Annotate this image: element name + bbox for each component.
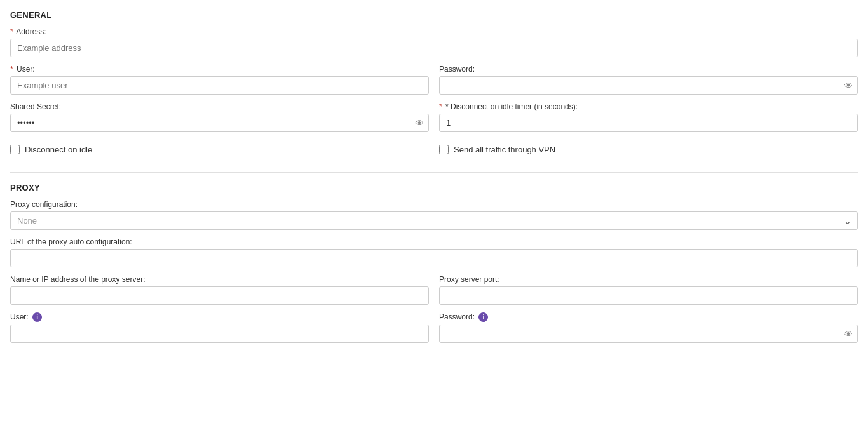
user-field-group: * User: — [10, 65, 429, 95]
password-label: Password: — [439, 65, 858, 74]
proxy-url-field-group: URL of the proxy auto configuration: — [10, 238, 858, 267]
proxy-url-label: URL of the proxy auto configuration: — [10, 238, 858, 246]
checkboxes-row: Disconnect on idle Send all traffic thro… — [10, 140, 858, 159]
secret-timer-row: Shared Secret: 👁 * * Disconnect on idle … — [10, 102, 858, 132]
user-label: * User: — [10, 65, 429, 74]
shared-secret-label: Shared Secret: — [10, 102, 429, 111]
proxy-port-input[interactable] — [439, 286, 858, 305]
disconnect-idle-row: Disconnect on idle — [10, 140, 92, 159]
proxy-config-label: Proxy configuration: — [10, 200, 858, 209]
send-all-traffic-checkbox[interactable] — [439, 145, 449, 154]
address-input[interactable] — [10, 39, 858, 57]
shared-secret-eye-icon[interactable]: 👁 — [415, 118, 424, 128]
proxy-password-field-group: Password: i 👁 — [439, 312, 858, 343]
user-input-wrapper — [10, 76, 429, 95]
section-divider — [10, 172, 858, 173]
shared-secret-field-group: Shared Secret: 👁 — [10, 102, 429, 132]
proxy-user-field-group: User: i — [10, 312, 429, 343]
proxy-user-password-row: User: i Password: i 👁 — [10, 312, 858, 343]
proxy-password-label: Password: i — [439, 312, 858, 322]
proxy-server-input[interactable] — [10, 286, 429, 305]
shared-secret-input[interactable] — [10, 114, 429, 132]
proxy-port-label: Proxy server port: — [439, 275, 858, 284]
address-input-wrapper — [10, 39, 858, 57]
proxy-user-label: User: i — [10, 312, 429, 322]
proxy-password-input-wrapper: 👁 — [439, 325, 858, 343]
general-title: GENERAL — [10, 10, 858, 20]
proxy-section: PROXY Proxy configuration: None Manual A… — [10, 183, 858, 343]
proxy-server-input-wrapper — [10, 286, 429, 305]
proxy-port-input-wrapper — [439, 286, 858, 305]
password-eye-icon[interactable]: 👁 — [844, 81, 853, 91]
disconnect-timer-input[interactable] — [439, 114, 858, 132]
proxy-password-eye-icon[interactable]: 👁 — [844, 329, 853, 339]
password-field-group: Password: 👁 — [439, 65, 858, 95]
address-field-group: * Address: — [10, 27, 858, 57]
proxy-server-port-row: Name or IP address of the proxy server: … — [10, 275, 858, 305]
disconnect-timer-field-group: * * Disconnect on idle timer (in seconds… — [439, 102, 858, 132]
shared-secret-input-wrapper: 👁 — [10, 114, 429, 132]
proxy-config-select[interactable]: None Manual Auto — [10, 211, 858, 230]
disconnect-idle-checkbox-group: Disconnect on idle — [10, 140, 429, 159]
proxy-user-info-icon[interactable]: i — [32, 312, 42, 322]
proxy-config-select-wrapper: None Manual Auto ⌄ — [10, 211, 858, 230]
send-all-traffic-checkbox-group: Send all traffic through VPN — [439, 140, 858, 159]
proxy-password-info-icon[interactable]: i — [478, 312, 488, 322]
proxy-title: PROXY — [10, 183, 858, 192]
send-all-traffic-label: Send all traffic through VPN — [454, 145, 555, 154]
password-input-wrapper: 👁 — [439, 76, 858, 95]
user-password-row: * User: Password: 👁 — [10, 65, 858, 95]
send-all-traffic-row: Send all traffic through VPN — [439, 140, 555, 159]
proxy-password-input[interactable] — [439, 325, 858, 343]
address-label: * Address: — [10, 27, 858, 36]
general-section: GENERAL * Address: * User: Password: 👁 — [10, 10, 858, 159]
proxy-server-label: Name or IP address of the proxy server: — [10, 275, 429, 284]
proxy-user-input-wrapper — [10, 325, 429, 343]
proxy-url-input-wrapper — [10, 249, 858, 267]
disconnect-timer-input-wrapper — [439, 114, 858, 132]
disconnect-idle-checkbox[interactable] — [10, 145, 20, 154]
proxy-config-field-group: Proxy configuration: None Manual Auto ⌄ — [10, 200, 858, 230]
proxy-server-field-group: Name or IP address of the proxy server: — [10, 275, 429, 305]
proxy-port-field-group: Proxy server port: — [439, 275, 858, 305]
proxy-url-input[interactable] — [10, 249, 858, 267]
password-input[interactable] — [439, 76, 858, 95]
disconnect-idle-label: Disconnect on idle — [25, 145, 92, 154]
disconnect-timer-label: * * Disconnect on idle timer (in seconds… — [439, 102, 858, 111]
user-input[interactable] — [10, 76, 429, 95]
proxy-user-input[interactable] — [10, 325, 429, 343]
